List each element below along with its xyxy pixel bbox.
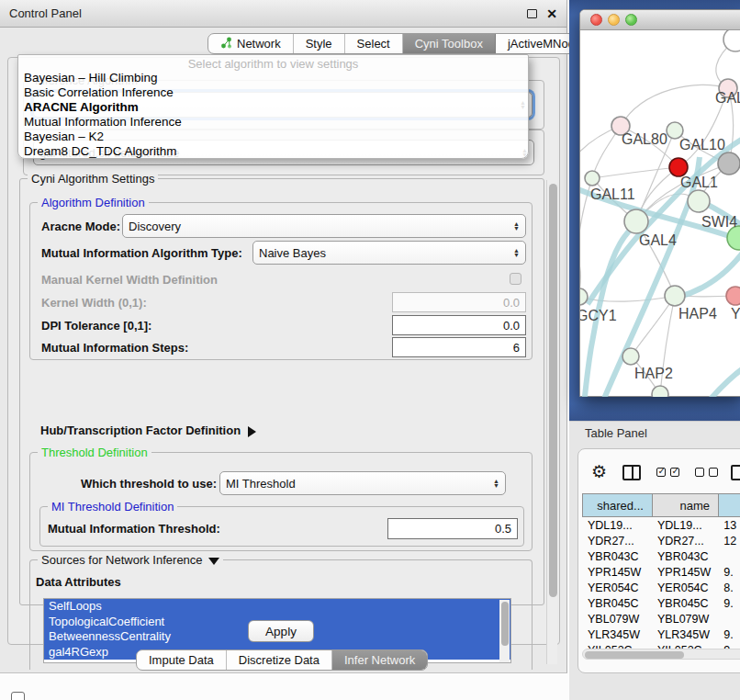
column-header[interactable] [718,493,740,517]
sources-group-label[interactable]: Sources for Network Inference [38,553,223,567]
network-graph[interactable]: GAL7GAL80GAL10GAL1GAL11GAL4SWI4GCY1HAP4Y… [580,30,740,397]
tab-label: Select [357,37,390,51]
tab-discretize-data[interactable]: Discretize Data [227,650,332,670]
mi-steps-field[interactable]: 6 [392,337,526,357]
which-threshold-combo[interactable]: MI Threshold ▲▼ [219,471,506,495]
which-threshold-label: Which threshold to use: [81,477,217,491]
node-label: HAP2 [634,366,673,381]
hub-definition-toggle[interactable]: Hub/Transcription Factor Definition [40,423,256,437]
node-table[interactable]: shared...name YDL19...YDL19...13YDR27...… [582,493,740,649]
network-icon [220,37,232,51]
settings-scrollbar-thumb[interactable] [549,184,557,597]
tab-style[interactable]: Style [294,34,345,53]
table-row[interactable]: YBR043CYBR043C [582,548,740,564]
table-cell: 9. [718,597,740,610]
network-node[interactable] [726,287,740,305]
manual-kernel-checkbox[interactable] [510,273,521,285]
table-row[interactable]: YPR145WYPR145W9. [582,564,740,580]
tab-infer-network[interactable]: Infer Network [332,650,427,670]
gear-icon[interactable]: ⚙ [591,463,607,481]
network-node[interactable] [665,286,685,306]
table-cell: YBR043C [582,550,652,563]
settings-scrollbar[interactable] [546,180,557,664]
export-table-icon[interactable] [731,465,740,480]
deselect-all-checkboxes-icon[interactable] [690,468,718,477]
tab-cyni-toolbox[interactable]: Cyni Toolbox [403,34,496,53]
popup-item[interactable]: ARACNE Algorithm [18,100,528,115]
float-panel-icon[interactable] [527,9,537,18]
tab-network[interactable]: Network [208,34,294,53]
network-node[interactable] [688,190,710,212]
popup-item[interactable]: Bayesian – Hill Climbing [18,71,528,85]
node-label: HAP4 [678,306,717,322]
chevron-right-icon [248,426,256,437]
table-row[interactable]: YBL079WYBL079W [582,611,740,627]
table-row[interactable]: YER054CYER054C8. [582,580,740,595]
network-window-titlebar[interactable] [580,10,740,30]
select-all-checkboxes-icon[interactable] [652,468,679,477]
network-node[interactable] [718,152,740,175]
network-canvas[interactable]: GAL7GAL80GAL10GAL1GAL11GAL4SWI4GCY1HAP4Y… [580,30,740,397]
close-icon[interactable]: ✕ [546,9,557,18]
table-cell: 13 [718,519,740,532]
dpi-tolerance-field[interactable]: 0.0 [392,315,526,335]
list-scrollbar-thumb[interactable] [501,602,509,646]
popup-item[interactable]: Bayesian – K2 [18,130,528,144]
network-node[interactable] [585,171,600,186]
table-cell: 9. [718,628,740,641]
list-scrollbar[interactable] [499,600,510,663]
table-row[interactable]: YDR27...YDR27...12 [582,533,740,548]
network-edge-thick[interactable] [707,367,740,397]
network-node[interactable] [669,158,688,176]
data-attributes-label: Data Attributes [36,575,121,589]
minimize-traffic-light-icon[interactable] [608,14,620,26]
stepper-arrows-icon: ▲▼ [508,221,520,231]
table-row[interactable]: YDL19...YDL19...13 [582,517,740,533]
table-cell: YER054C [582,581,652,594]
popup-item[interactable]: Basic Correlation Inference [18,85,528,100]
mi-steps-value: 6 [513,341,520,355]
threshold-definition-group: Threshold Definition Which threshold to … [29,452,533,551]
network-node[interactable] [624,209,648,233]
apply-button[interactable]: Apply [248,620,314,642]
table-hscroll-thumb[interactable] [585,651,684,659]
table-cell: 9. [718,566,740,579]
tab-label: Infer Network [344,653,415,667]
zoom-traffic-light-icon[interactable] [625,14,637,26]
aracne-mode-combo[interactable]: Discovery ▲▼ [122,214,526,238]
table-row[interactable]: YLR345WYLR345W9. [582,627,740,642]
table-cell: YPR145W [582,566,652,579]
mi-type-combo[interactable]: Naive Bayes ▲▼ [252,241,526,265]
kernel-width-field[interactable]: 0.0 [392,292,526,312]
cyni-settings-group-label: Cyni Algorithm Settings [28,172,158,186]
table-cell: YER054C [652,581,718,594]
columns-icon[interactable] [622,465,641,480]
minimized-panel-icon[interactable] [11,692,25,700]
network-node[interactable] [652,386,668,397]
mi-type-value: Naive Bayes [259,246,326,260]
control-panel-window: Control Panel ✕ Network Style Select Cyn… [0,0,567,673]
control-panel-title: Control Panel [9,6,82,20]
popup-item[interactable]: Dream8 DC_TDC Algorithm [18,144,528,159]
column-header[interactable]: shared... [582,493,652,517]
manual-kernel-label: Manual Kernel Width Definition [41,273,218,287]
threshold-definition-label: Threshold Definition [38,446,151,459]
close-traffic-light-icon[interactable] [590,14,602,26]
table-cell: YLR345W [652,628,718,641]
attribute-list-item[interactable]: SelfLoops [44,599,510,615]
network-node[interactable] [622,348,639,365]
mi-threshold-field[interactable]: 0.5 [387,518,518,539]
algorithm-definition-group: Algorithm Definition Aracne Mode: Discov… [29,202,533,360]
table-horizontal-scrollbar[interactable] [582,649,740,660]
network-edge[interactable] [621,85,728,126]
network-edge[interactable] [592,167,678,178]
table-cell: YBR045C [652,597,718,610]
table-row[interactable]: YBR045CYBR045C9. [582,595,740,611]
column-header[interactable]: name [652,493,718,517]
popup-item[interactable]: Mutual Information Inference [18,115,528,130]
node-label: Y [731,306,740,322]
network-view-window[interactable]: GAL7GAL80GAL10GAL1GAL11GAL4SWI4GCY1HAP4Y… [579,9,740,397]
tab-select[interactable]: Select [345,34,403,53]
tab-impute-data[interactable]: Impute Data [137,650,227,670]
node-label: GAL80 [622,131,667,147]
